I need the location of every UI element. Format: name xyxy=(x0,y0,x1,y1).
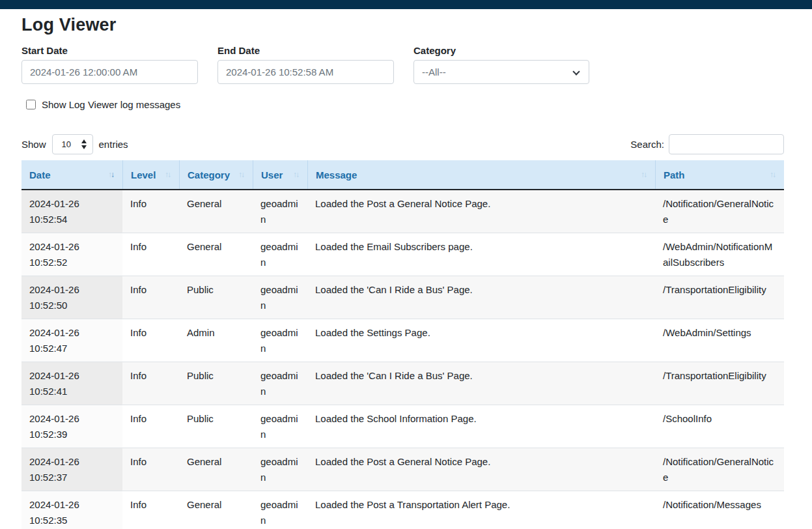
category-label: Category xyxy=(413,45,589,56)
cell-user: geoadmin xyxy=(253,405,307,448)
show-log-messages-row: Show Log Viewer log messages xyxy=(26,99,784,110)
column-header-path[interactable]: Path↑↓ xyxy=(655,160,784,189)
cell-path: /Notification/GeneralNotice xyxy=(655,448,784,491)
search-control: Search: xyxy=(630,134,784,154)
cell-category: General xyxy=(179,448,253,491)
cell-level: Info xyxy=(122,190,179,233)
cell-level: Info xyxy=(122,233,179,276)
cell-path: /Notification/Messages xyxy=(655,491,784,529)
log-table: Date↑↓Level↑↓Category↑↓User↑↓Message↑↓Pa… xyxy=(21,160,784,529)
cell-category: General xyxy=(179,491,253,529)
cell-path: /Notification/GeneralNotice xyxy=(655,190,784,233)
column-label-user: User xyxy=(261,169,283,180)
start-date-label: Start Date xyxy=(21,45,198,56)
search-label: Search: xyxy=(630,139,664,150)
start-date-input[interactable] xyxy=(21,60,198,84)
cell-path: /WebAdmin/NotificationMailSubscribers xyxy=(655,233,784,276)
table-row: 2024-01-26 10:52:47InfoAdmingeoadminLoad… xyxy=(21,319,784,362)
cell-message: Loaded the Post a General Notice Page. xyxy=(307,448,655,491)
cell-date: 2024-01-26 10:52:37 xyxy=(21,448,122,491)
column-header-message[interactable]: Message↑↓ xyxy=(307,160,655,189)
cell-message: Loaded the 'Can I Ride a Bus' Page. xyxy=(307,276,655,319)
column-header-date[interactable]: Date↑↓ xyxy=(21,160,122,189)
table-controls: Show 10 entries Search: xyxy=(21,134,784,154)
search-input[interactable] xyxy=(669,134,784,154)
cell-level: Info xyxy=(122,448,179,491)
sort-icon-category: ↑↓ xyxy=(238,170,245,179)
sort-icon-message: ↑↓ xyxy=(641,170,647,179)
cell-message: Loaded the 'Can I Ride a Bus' Page. xyxy=(307,362,655,405)
filter-bar: Start Date End Date Category --All-- xyxy=(21,45,784,84)
category-selected-value: --All-- xyxy=(422,66,446,78)
sort-icon-user: ↑↓ xyxy=(293,170,300,179)
cell-message: Loaded the Settings Page. xyxy=(307,319,655,362)
cell-category: General xyxy=(179,190,253,233)
cell-user: geoadmin xyxy=(253,233,307,276)
entries-label: entries xyxy=(99,139,128,150)
category-select[interactable]: --All-- xyxy=(413,60,589,84)
table-row: 2024-01-26 10:52:52InfoGeneralgeoadminLo… xyxy=(21,233,784,276)
cell-message: Loaded the School Information Page. xyxy=(307,405,655,448)
end-date-input[interactable] xyxy=(217,60,394,84)
cell-date: 2024-01-26 10:52:47 xyxy=(21,319,122,362)
start-date-group: Start Date xyxy=(21,45,198,84)
cell-path: /WebAdmin/Settings xyxy=(655,319,784,362)
cell-user: geoadmin xyxy=(253,190,307,233)
cell-date: 2024-01-26 10:52:50 xyxy=(21,276,122,319)
page-title: Log Viewer xyxy=(21,15,784,35)
cell-level: Info xyxy=(122,491,179,529)
page-size-value: 10 xyxy=(62,139,71,149)
cell-date: 2024-01-26 10:52:52 xyxy=(21,233,122,276)
table-row: 2024-01-26 10:52:39InfoPublicgeoadminLoa… xyxy=(21,405,784,448)
table-body: 2024-01-26 10:52:54InfoGeneralgeoadminLo… xyxy=(21,190,784,529)
cell-date: 2024-01-26 10:52:54 xyxy=(21,190,122,233)
cell-level: Info xyxy=(122,362,179,405)
sort-icon-path: ↑↓ xyxy=(770,170,776,179)
cell-user: geoadmin xyxy=(253,491,307,529)
end-date-group: End Date xyxy=(217,45,394,84)
column-label-date: Date xyxy=(29,169,51,180)
cell-message: Loaded the Post a General Notice Page. xyxy=(307,190,655,233)
page-container: Log Viewer Start Date End Date Category … xyxy=(21,15,784,529)
cell-category: General xyxy=(179,233,253,276)
cell-user: geoadmin xyxy=(253,362,307,405)
sort-icon-date: ↑↓ xyxy=(108,170,115,179)
column-label-category: Category xyxy=(188,169,230,180)
show-log-messages-checkbox[interactable] xyxy=(26,100,36,109)
page-size-control: Show 10 entries xyxy=(21,134,128,154)
cell-date: 2024-01-26 10:52:35 xyxy=(21,491,122,529)
cell-message: Loaded the Email Subscribers page. xyxy=(307,233,655,276)
cell-category: Public xyxy=(179,362,253,405)
cell-path: /SchoolInfo xyxy=(655,405,784,448)
table-row: 2024-01-26 10:52:54InfoGeneralgeoadminLo… xyxy=(21,190,784,233)
table-row: 2024-01-26 10:52:41InfoPublicgeoadminLoa… xyxy=(21,362,784,405)
table-header-row: Date↑↓Level↑↓Category↑↓User↑↓Message↑↓Pa… xyxy=(21,160,784,190)
table-row: 2024-01-26 10:52:50InfoPublicgeoadminLoa… xyxy=(21,276,784,319)
table-row: 2024-01-26 10:52:35InfoGeneralgeoadminLo… xyxy=(21,491,784,529)
cell-path: /TransportationEligibility xyxy=(655,362,784,405)
cell-path: /TransportationEligibility xyxy=(655,276,784,319)
cell-category: Admin xyxy=(179,319,253,362)
top-navigation-bar xyxy=(0,0,812,9)
show-label: Show xyxy=(21,139,46,150)
page-size-select[interactable]: 10 xyxy=(52,134,93,154)
cell-level: Info xyxy=(122,276,179,319)
column-label-path: Path xyxy=(664,169,685,180)
sort-icon-level: ↑↓ xyxy=(165,170,171,179)
cell-date: 2024-01-26 10:52:41 xyxy=(21,362,122,405)
column-header-category[interactable]: Category↑↓ xyxy=(179,160,253,189)
cell-category: Public xyxy=(179,276,253,319)
select-spinner-icon xyxy=(81,139,87,149)
chevron-down-icon xyxy=(572,68,580,75)
column-header-user[interactable]: User↑↓ xyxy=(253,160,307,189)
cell-date: 2024-01-26 10:52:39 xyxy=(21,405,122,448)
column-header-level[interactable]: Level↑↓ xyxy=(122,160,179,189)
cell-level: Info xyxy=(122,405,179,448)
cell-user: geoadmin xyxy=(253,448,307,491)
category-group: Category --All-- xyxy=(413,45,589,84)
end-date-label: End Date xyxy=(217,45,394,56)
cell-message: Loaded the Post a Transportation Alert P… xyxy=(307,491,655,529)
show-log-messages-label[interactable]: Show Log Viewer log messages xyxy=(42,99,180,110)
cell-user: geoadmin xyxy=(253,276,307,319)
cell-user: geoadmin xyxy=(253,319,307,362)
